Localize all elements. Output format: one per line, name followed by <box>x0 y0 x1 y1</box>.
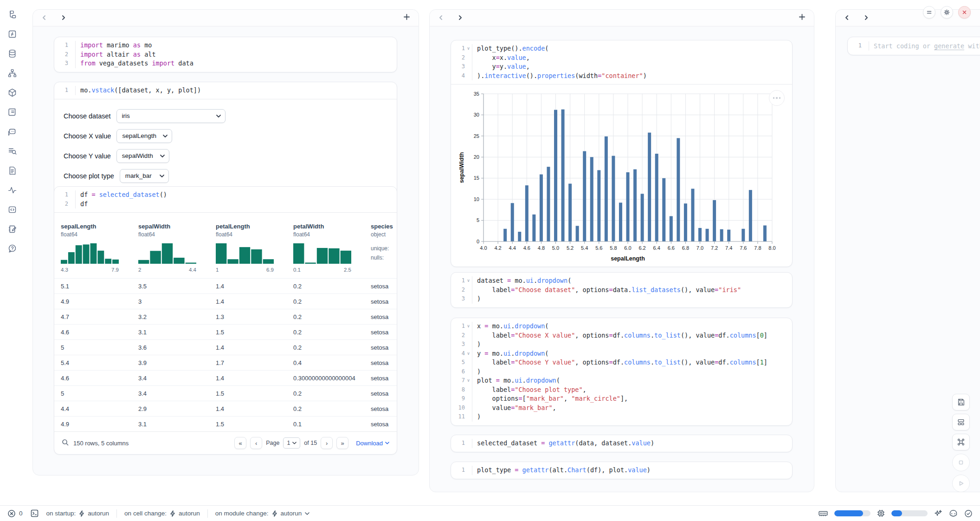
status-bar-right <box>819 509 973 518</box>
ai-chat-icon[interactable] <box>6 125 18 137</box>
snippets-icon[interactable] <box>6 164 18 176</box>
plot-type-label: Choose plot type <box>64 172 114 180</box>
middle-panel-header <box>430 10 814 26</box>
code-editor[interactable]: 1∨x = mo.ui.dropdown(2 label="Choose X v… <box>451 318 792 425</box>
page-label: Page <box>266 440 279 446</box>
help-icon[interactable] <box>6 242 18 254</box>
stop-button[interactable] <box>952 454 970 471</box>
code-editor[interactable]: 1mo.vstack([dataset, x, y, plot]) <box>54 82 397 99</box>
search-icon[interactable] <box>62 439 69 447</box>
table-row[interactable]: 53.41.50.2setosa <box>54 385 397 401</box>
add-cell-icon[interactable] <box>403 13 410 22</box>
chevron-right-icon[interactable] <box>458 14 463 22</box>
table-row[interactable]: 4.42.91.40.2setosa <box>54 401 397 416</box>
first-page-button[interactable]: « <box>234 437 246 449</box>
cell-selected-dataset: 1selected_dataset = getattr(data, datase… <box>451 435 793 452</box>
scratchpad-icon[interactable] <box>6 106 18 118</box>
svg-text:20: 20 <box>474 154 479 160</box>
column-header[interactable]: petalWidthfloat640.12.5 <box>287 223 364 273</box>
code-editor[interactable]: 1selected_dataset = getattr(data, datase… <box>451 435 792 452</box>
table-row[interactable]: 4.63.41.40.30000000000000004setosa <box>54 370 397 385</box>
code-editor[interactable]: 1∨dataset = mo.ui.dropdown(2 label="Choo… <box>451 273 792 307</box>
pagination: « ‹ Page 1 of 15 › » Download <box>234 437 389 449</box>
table-row[interactable]: 4.63.11.50.2setosa <box>54 324 397 339</box>
svg-text:7.0: 7.0 <box>696 245 703 251</box>
table-row[interactable]: 5.43.91.70.4setosa <box>54 355 397 370</box>
error-count: 0 <box>19 510 23 517</box>
on-cell-change-toggle[interactable]: on cell change: autorun <box>124 510 200 517</box>
column-header[interactable]: sepalLengthfloat644.37.9 <box>54 223 132 273</box>
prev-page-button[interactable]: ‹ <box>250 437 262 449</box>
gear-icon <box>944 9 950 15</box>
terminal-icon <box>30 509 39 518</box>
column-header[interactable]: petalLengthfloat6416.9 <box>209 223 287 273</box>
table-row[interactable]: 53.61.40.2setosa <box>54 339 397 355</box>
on-module-change-toggle[interactable]: on module change: autorun <box>215 510 310 517</box>
layout-button[interactable] <box>952 414 970 430</box>
settings-button[interactable] <box>941 6 953 19</box>
documentation-icon[interactable] <box>6 203 18 215</box>
svg-text:10: 10 <box>474 196 479 202</box>
file-tree-icon[interactable] <box>6 8 18 20</box>
chevron-right-icon[interactable] <box>61 14 66 22</box>
plot-type-select[interactable]: mark_bar <box>120 169 169 183</box>
variables-icon[interactable] <box>6 28 18 40</box>
svg-text:5.2: 5.2 <box>567 245 574 251</box>
logs-icon[interactable] <box>6 145 18 157</box>
save-button[interactable] <box>952 394 970 410</box>
terminal-button[interactable] <box>30 509 39 518</box>
download-button[interactable]: Download <box>356 440 389 447</box>
database-icon[interactable] <box>6 47 18 59</box>
dataset-select[interactable]: iris <box>116 109 226 123</box>
plot-type-control: Choose plot type mark_bar <box>64 169 387 183</box>
bar-chart[interactable]: 4.04.24.44.64.85.05.25.45.65.86.06.26.46… <box>458 89 779 263</box>
cell-chart: 1∨plot_type().encode(2 x=x.value,3 y=y.v… <box>451 40 793 267</box>
notebook-icon[interactable] <box>6 223 18 235</box>
x-value-select[interactable]: sepalLength <box>116 129 172 143</box>
ai-sparkle-icon[interactable] <box>934 509 942 518</box>
code-editor[interactable]: 1∨plot_type().encode(2 x=x.value,3 y=y.v… <box>451 40 792 84</box>
chevron-right-icon[interactable] <box>864 14 869 22</box>
generate-with-ai-link[interactable]: generate <box>934 42 964 50</box>
left-panel-header <box>33 10 419 26</box>
y-value-select[interactable]: sepalWidth <box>116 149 169 163</box>
chart-actions-button[interactable] <box>769 90 785 106</box>
code-editor[interactable]: 1df = selected_dataset()2df <box>54 187 397 212</box>
chevron-left-icon[interactable] <box>438 14 444 22</box>
shutdown-button[interactable] <box>958 6 971 19</box>
middle-column-panel: 1∨plot_type().encode(2 x=x.value,3 y=y.v… <box>429 9 814 492</box>
shortcuts-button[interactable] <box>952 434 970 450</box>
code-editor[interactable]: 1 Start coding or generate with AI <box>848 37 980 55</box>
errors-indicator[interactable]: 0 <box>7 509 23 518</box>
y-value-control: Choose Y value sepalWidth <box>64 149 387 163</box>
cell-imports: 1import marimo as mo2import altair as al… <box>54 37 397 72</box>
table-row[interactable]: 5.13.51.40.2setosa <box>54 278 397 293</box>
chevron-left-icon[interactable] <box>844 14 850 22</box>
last-page-button[interactable]: » <box>336 437 348 449</box>
packages-icon[interactable] <box>6 86 18 98</box>
menu-button[interactable] <box>923 6 935 19</box>
column-histogram <box>61 243 119 264</box>
page-select[interactable]: 1 <box>283 437 300 449</box>
connection-status-icon[interactable] <box>964 509 973 518</box>
editor-placeholder: Start coding or generate with AI <box>869 41 980 51</box>
code-editor[interactable]: 1import marimo as mo2import altair as al… <box>54 37 397 72</box>
chevron-down-icon <box>160 155 165 157</box>
column-header[interactable]: sepalWidthfloat6424.4 <box>132 223 209 273</box>
dependencies-icon[interactable] <box>6 67 18 79</box>
column-header[interactable]: speciesobjectunique:nulls: <box>364 223 397 273</box>
add-cell-icon[interactable] <box>799 13 806 22</box>
copilot-icon[interactable] <box>949 509 958 517</box>
tracing-icon[interactable] <box>6 184 18 196</box>
table-row[interactable]: 4.931.40.2setosa <box>54 293 397 309</box>
svg-text:5.6: 5.6 <box>595 245 602 251</box>
run-all-button[interactable] <box>952 475 970 492</box>
on-startup-toggle[interactable]: on startup: autorun <box>46 510 110 517</box>
cpu-usage-bar <box>891 510 928 516</box>
layout-icon <box>957 418 965 426</box>
next-page-button[interactable]: › <box>321 437 333 449</box>
code-editor[interactable]: 1plot_type = getattr(alt.Chart(df), plot… <box>451 462 792 479</box>
table-row[interactable]: 4.93.11.50.1setosa <box>54 416 397 431</box>
chevron-left-icon[interactable] <box>41 14 47 22</box>
table-row[interactable]: 4.73.21.30.2setosa <box>54 309 397 324</box>
